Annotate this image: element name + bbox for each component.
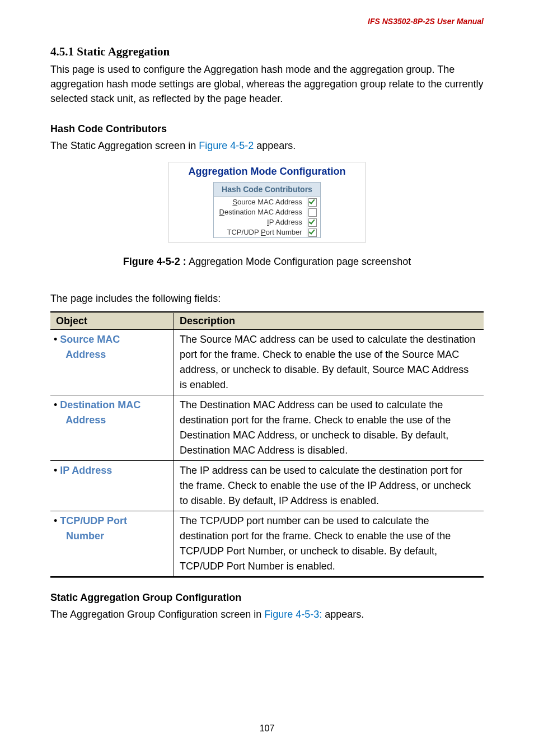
object-desc: The IP address can be used to calculate … bbox=[174, 460, 484, 511]
static-group-lead: The Aggregation Group Configuration scre… bbox=[50, 607, 484, 622]
hash-lead: The Static Aggregation screen in Figure … bbox=[50, 138, 484, 153]
hash-row-label: TCP/UDP Port Number bbox=[214, 227, 307, 238]
hash-heading: Hash Code Contributors bbox=[50, 122, 484, 136]
static-group-lead-pre: The Aggregation Group Configuration scre… bbox=[50, 609, 264, 620]
page-number: 107 bbox=[0, 724, 534, 734]
figure-ref-link: Figure 4-5-2 bbox=[199, 140, 254, 151]
figure-caption-bold: Figure 4-5-2 : bbox=[123, 256, 186, 267]
doc-header-product: IFS NS3502-8P-2S User Manual bbox=[368, 17, 484, 26]
object-desc: The Source MAC address can be used to ca… bbox=[174, 329, 484, 395]
section-intro: This page is used to configure the Aggre… bbox=[50, 62, 484, 106]
object-description-table: Object Description • Source MAC Address … bbox=[50, 311, 484, 578]
col-header-description: Description bbox=[174, 312, 484, 329]
hash-lead-pre: The Static Aggregation screen in bbox=[50, 140, 199, 151]
hash-row-checkbox[interactable] bbox=[307, 217, 320, 227]
hash-row-checkbox[interactable] bbox=[307, 227, 320, 238]
static-group-lead-post: appears. bbox=[322, 609, 364, 620]
hash-row-label: Destination MAC Address bbox=[214, 207, 307, 217]
hash-row-checkbox[interactable] bbox=[307, 207, 320, 217]
hash-table-header: Hash Code Contributors bbox=[214, 183, 321, 197]
figure-ref-link: Figure 4-5-3: bbox=[264, 609, 322, 620]
object-name: • IP Address bbox=[50, 460, 174, 511]
section-heading: 4.5.1 Static Aggregation bbox=[50, 45, 484, 59]
hash-lead-post: appears. bbox=[254, 140, 296, 151]
checkbox-icon bbox=[308, 218, 317, 227]
hash-contributors-table: Hash Code Contributors Source MAC Addres… bbox=[213, 182, 321, 237]
figure-panel-title: Aggregation Mode Configuration bbox=[172, 165, 362, 182]
hash-row-checkbox[interactable] bbox=[307, 197, 320, 207]
figure-caption: Figure 4-5-2 : Aggregation Mode Configur… bbox=[50, 254, 484, 269]
object-name: • Destination MAC Address bbox=[50, 395, 174, 460]
section-number: 4.5.1 bbox=[50, 45, 74, 58]
object-desc: The TCP/UDP port number can be used to c… bbox=[174, 511, 484, 577]
hash-row-label: Source MAC Address bbox=[214, 197, 307, 207]
fields-intro: The page includes the following fields: bbox=[50, 291, 484, 306]
checkbox-icon bbox=[308, 208, 317, 217]
object-name: • Source MAC Address bbox=[50, 329, 174, 395]
checkbox-icon bbox=[308, 198, 317, 207]
object-name: • TCP/UDP Port Number bbox=[50, 511, 174, 577]
object-desc: The Destination MAC Address can be used … bbox=[174, 395, 484, 460]
col-header-object: Object bbox=[50, 312, 174, 329]
checkbox-icon bbox=[308, 228, 317, 237]
hash-row-label: IP Address bbox=[214, 217, 307, 227]
static-group-heading: Static Aggregation Group Configuration bbox=[50, 590, 484, 605]
section-title: Static Aggregation bbox=[77, 45, 170, 58]
figure-caption-rest: Aggregation Mode Configuration page scre… bbox=[186, 256, 411, 267]
figure-panel: Aggregation Mode Configuration Hash Code… bbox=[168, 162, 366, 242]
